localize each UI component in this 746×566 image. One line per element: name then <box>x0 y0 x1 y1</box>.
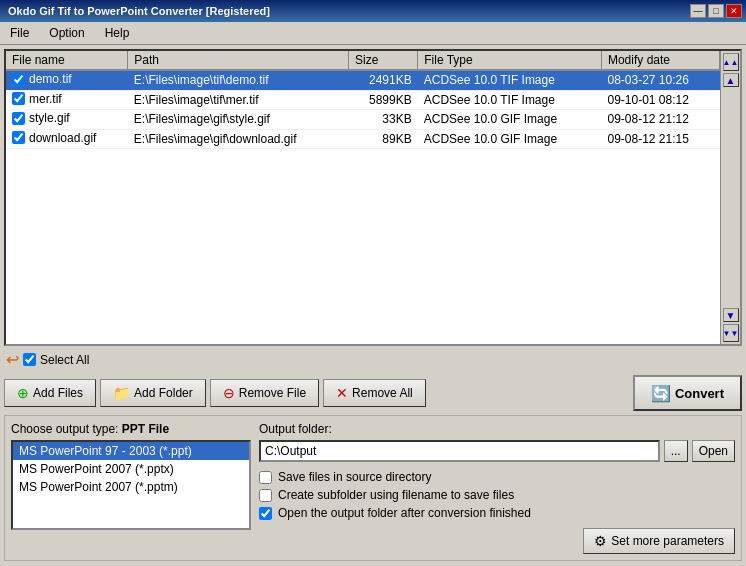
col-header-name: File name <box>6 51 128 70</box>
action-buttons: ⊕ Add Files 📁 Add Folder ⊖ Remove File ✕… <box>4 373 742 415</box>
output-list[interactable]: MS PowerPoint 97 - 2003 (*.ppt)MS PowerP… <box>11 440 251 530</box>
remove-all-icon: ✕ <box>336 385 348 401</box>
cell-type: ACDSee 10.0 GIF Image <box>418 129 602 149</box>
add-folder-button[interactable]: 📁 Add Folder <box>100 379 206 407</box>
scroll-down-button[interactable]: ▼ <box>723 308 739 322</box>
main-content: File name Path Size File Type Modify dat… <box>0 45 746 565</box>
convert-icon: 🔄 <box>651 384 671 403</box>
app-title: Okdo Gif Tif to PowerPoint Converter [Re… <box>4 5 270 17</box>
cell-name: demo.tif <box>6 70 128 90</box>
cell-date: 09-08-12 21:15 <box>601 129 719 149</box>
row-checkbox[interactable] <box>12 92 25 105</box>
output-type-panel: Choose output type: PPT File MS PowerPoi… <box>11 422 251 554</box>
add-files-button[interactable]: ⊕ Add Files <box>4 379 96 407</box>
cell-date: 08-03-27 10:26 <box>601 70 719 90</box>
row-checkbox[interactable] <box>12 131 25 144</box>
scroll-top-button[interactable]: ▲▲ <box>723 53 739 71</box>
output-type-text: Choose output type: <box>11 422 122 436</box>
checkboxes-container: Save files in source directory Create su… <box>259 470 735 520</box>
checkbox-row: Create subfolder using filename to save … <box>259 488 735 502</box>
gear-icon: ⚙ <box>594 533 607 549</box>
cell-date: 09-10-01 08:12 <box>601 90 719 110</box>
set-more-params-label: Set more parameters <box>611 534 724 548</box>
cell-path: E:\Files\image\tif\mer.tif <box>128 90 349 110</box>
window-controls: — □ ✕ <box>690 4 742 18</box>
scroll-up-button[interactable]: ▲ <box>723 73 739 87</box>
file-table-inner[interactable]: File name Path Size File Type Modify dat… <box>6 51 720 344</box>
select-all-label[interactable]: Select All <box>40 353 89 367</box>
cell-path: E:\Files\image\tif\demo.tif <box>128 70 349 90</box>
remove-all-label: Remove All <box>352 386 413 400</box>
cell-name: style.gif <box>6 110 128 130</box>
convert-button[interactable]: 🔄 Convert <box>633 375 742 411</box>
checkbox-row: Open the output folder after conversion … <box>259 506 735 520</box>
remove-file-button[interactable]: ⊖ Remove File <box>210 379 319 407</box>
close-button[interactable]: ✕ <box>726 4 742 18</box>
maximize-button[interactable]: □ <box>708 4 724 18</box>
add-files-icon: ⊕ <box>17 385 29 401</box>
cell-type: ACDSee 10.0 TIF Image <box>418 90 602 110</box>
cell-date: 09-08-12 21:12 <box>601 110 719 130</box>
checkbox-row: Save files in source directory <box>259 470 735 484</box>
cell-path: E:\Files\image\gif\style.gif <box>128 110 349 130</box>
option-checkbox[interactable] <box>259 489 272 502</box>
add-files-label: Add Files <box>33 386 83 400</box>
table-row[interactable]: demo.tif E:\Files\image\tif\demo.tif 249… <box>6 70 720 90</box>
output-folder-panel: Output folder: ... Open Save files in so… <box>259 422 735 554</box>
remove-file-label: Remove File <box>239 386 306 400</box>
cell-name: download.gif <box>6 129 128 149</box>
cell-size: 5899KB <box>349 90 418 110</box>
file-table-container: File name Path Size File Type Modify dat… <box>4 49 742 346</box>
menu-bar: File Option Help <box>0 22 746 45</box>
output-list-item[interactable]: MS PowerPoint 97 - 2003 (*.ppt) <box>13 442 249 460</box>
title-bar: Okdo Gif Tif to PowerPoint Converter [Re… <box>0 0 746 22</box>
table-row[interactable]: style.gif E:\Files\image\gif\style.gif 3… <box>6 110 720 130</box>
col-header-path: Path <box>128 51 349 70</box>
remove-all-button[interactable]: ✕ Remove All <box>323 379 426 407</box>
cell-name: mer.tif <box>6 90 128 110</box>
minimize-button[interactable]: — <box>690 4 706 18</box>
browse-button[interactable]: ... <box>664 440 688 462</box>
cell-type: ACDSee 10.0 TIF Image <box>418 70 602 90</box>
folder-row: ... Open <box>259 440 735 462</box>
table-scrollbar: ▲▲ ▲ ▼ ▼▼ <box>720 51 740 344</box>
select-all-checkbox[interactable] <box>23 353 36 366</box>
cell-size: 89KB <box>349 129 418 149</box>
open-button[interactable]: Open <box>692 440 735 462</box>
output-type-row: Choose output type: PPT File <box>11 422 251 436</box>
file-table: File name Path Size File Type Modify dat… <box>6 51 720 149</box>
col-header-date: Modify date <box>601 51 719 70</box>
cell-size: 2491KB <box>349 70 418 90</box>
add-folder-label: Add Folder <box>134 386 193 400</box>
table-row[interactable]: download.gif E:\Files\image\gif\download… <box>6 129 720 149</box>
menu-file[interactable]: File <box>4 24 35 42</box>
cell-type: ACDSee 10.0 GIF Image <box>418 110 602 130</box>
back-icon: ↩ <box>6 350 19 369</box>
output-folder-label: Output folder: <box>259 422 735 436</box>
col-header-type: File Type <box>418 51 602 70</box>
output-folder-input[interactable] <box>259 440 660 462</box>
set-more-params-button[interactable]: ⚙ Set more parameters <box>583 528 735 554</box>
output-list-item[interactable]: MS PowerPoint 2007 (*.pptx) <box>13 460 249 478</box>
output-list-item[interactable]: MS PowerPoint 2007 (*.pptm) <box>13 478 249 496</box>
add-folder-icon: 📁 <box>113 385 130 401</box>
remove-file-icon: ⊖ <box>223 385 235 401</box>
option-label[interactable]: Open the output folder after conversion … <box>278 506 531 520</box>
option-checkbox[interactable] <box>259 507 272 520</box>
table-row[interactable]: mer.tif E:\Files\image\tif\mer.tif 5899K… <box>6 90 720 110</box>
select-all-bar: ↩ Select All <box>4 346 742 373</box>
output-type-value: PPT File <box>122 422 169 436</box>
menu-help[interactable]: Help <box>99 24 136 42</box>
row-checkbox[interactable] <box>12 73 25 86</box>
option-label[interactable]: Create subfolder using filename to save … <box>278 488 514 502</box>
scroll-bottom-button[interactable]: ▼▼ <box>723 324 739 342</box>
cell-path: E:\Files\image\gif\download.gif <box>128 129 349 149</box>
row-checkbox[interactable] <box>12 112 25 125</box>
option-checkbox[interactable] <box>259 471 272 484</box>
col-header-size: Size <box>349 51 418 70</box>
convert-label: Convert <box>675 386 724 401</box>
cell-size: 33KB <box>349 110 418 130</box>
bottom-panel: Choose output type: PPT File MS PowerPoi… <box>4 415 742 561</box>
menu-option[interactable]: Option <box>43 24 90 42</box>
option-label[interactable]: Save files in source directory <box>278 470 431 484</box>
